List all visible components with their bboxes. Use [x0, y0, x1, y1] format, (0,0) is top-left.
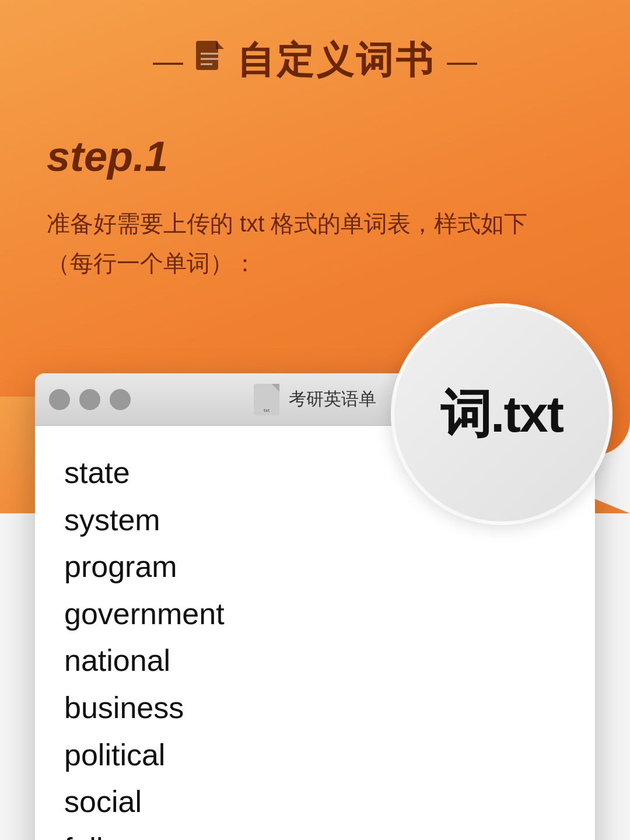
mac-filename: 考研英语单 [289, 387, 376, 411]
magnifier-text: 词.txt [440, 380, 563, 449]
list-item: business [64, 684, 566, 732]
mac-file-icon-area: txt 考研英语单 [254, 384, 376, 415]
mac-window-buttons [49, 389, 131, 410]
mac-close-btn[interactable] [49, 389, 70, 410]
list-item: government [64, 590, 566, 638]
dash-left: — [153, 46, 183, 76]
list-item: program [64, 543, 566, 590]
mac-maximize-btn[interactable] [110, 389, 131, 410]
list-item: political [64, 732, 566, 779]
file-type-label: txt [264, 408, 270, 413]
list-item: social [64, 778, 566, 825]
magnifier-content: 词.txt [440, 380, 563, 449]
header: — 自定义词书 — [0, 0, 630, 86]
page-title: 自定义词书 [237, 35, 435, 86]
svg-rect-0 [196, 41, 218, 70]
step-section: step.1 准备好需要上传的 txt 格式的单词表，样式如下（每行一个单词）： [0, 86, 630, 283]
mac-minimize-btn[interactable] [79, 389, 100, 410]
file-icon: txt [254, 384, 279, 415]
step-description: 准备好需要上传的 txt 格式的单词表，样式如下（每行一个单词）： [47, 204, 583, 283]
list-item: national [64, 637, 566, 684]
list-item: follow [64, 825, 566, 840]
step-label: step.1 [47, 132, 583, 180]
document-icon [195, 40, 225, 82]
dash-right: — [447, 46, 477, 76]
magnifier-overlay: 词.txt [391, 303, 612, 525]
